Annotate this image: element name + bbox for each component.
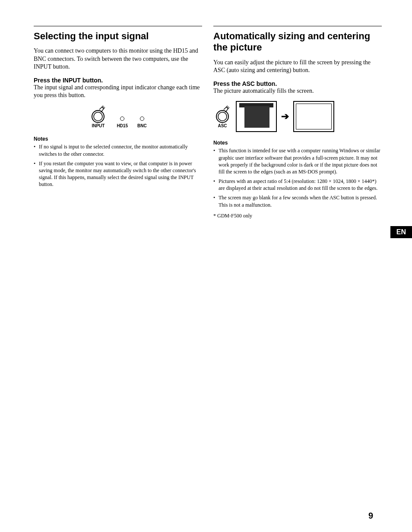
footnote: * GDM-F500 only (213, 213, 382, 219)
subbody-right: The picture automatically fills the scre… (213, 87, 382, 95)
list-item: This function is intended for use with a… (213, 147, 382, 175)
hd15-label: HD15 (117, 123, 128, 128)
section-title-right: Automatically sizing and centering the p… (213, 26, 382, 54)
input-label: INPUT (92, 123, 105, 128)
screen-after-icon (293, 101, 334, 132)
language-tab: EN (390, 226, 412, 238)
subbody-left: The input signal and corresponding input… (34, 84, 202, 99)
subhead-left: Press the INPUT button. (34, 77, 202, 84)
asc-label: ASC (218, 123, 227, 128)
list-item: If you restart the computer you want to … (34, 160, 202, 188)
notes-list-left: If no signal is input to the selected co… (34, 143, 202, 188)
subhead-right: Press the ASC button. (213, 80, 382, 87)
asc-diagram: ASC ➔ (213, 101, 382, 132)
arrow-icon: ➔ (281, 111, 289, 122)
section-title-left: Selecting the input signal (34, 26, 202, 42)
notes-head-right: Notes (213, 140, 382, 146)
list-item: Pictures with an aspect ratio of 5:4 (re… (213, 178, 382, 192)
svg-point-1 (94, 112, 102, 121)
bnc-led-icon (140, 116, 144, 121)
notes-head-left: Notes (34, 136, 202, 142)
intro-right: You can easily adjust the picture to fil… (213, 59, 382, 74)
list-item: If no signal is input to the selected co… (34, 143, 202, 157)
bnc-label: BNC (137, 123, 147, 128)
svg-point-3 (218, 112, 227, 121)
left-column: Selecting the input signal You can conne… (34, 26, 202, 219)
press-button-icon (213, 105, 231, 123)
press-button-icon (89, 105, 107, 123)
right-column: Automatically sizing and centering the p… (213, 26, 382, 219)
intro-left: You can connect two computers to this mo… (34, 47, 202, 71)
notes-list-right: This function is intended for use with a… (213, 147, 382, 208)
hd15-led-icon (120, 116, 124, 121)
input-diagram: INPUT HD15 BNC (34, 105, 202, 128)
screen-before-icon (236, 101, 277, 132)
list-item: The screen may go blank for a few second… (213, 194, 382, 208)
page-number: 9 (368, 511, 373, 521)
